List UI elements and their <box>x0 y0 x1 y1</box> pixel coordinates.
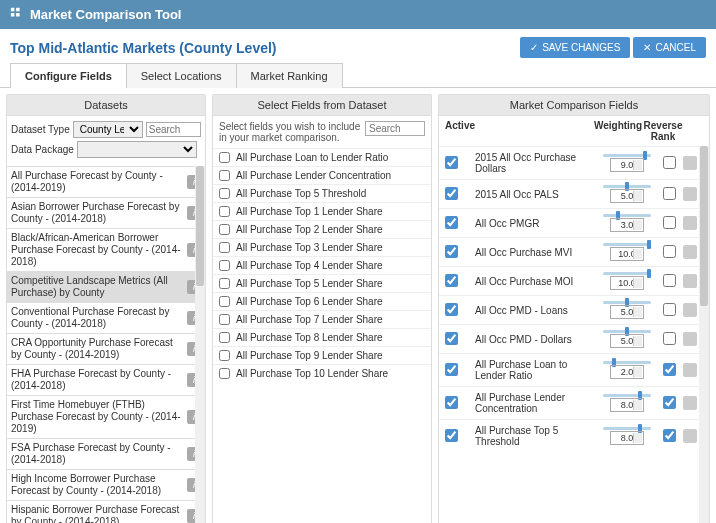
dataset-item[interactable]: FSA Purchase Forecast by County - (2014-… <box>7 438 205 469</box>
active-checkbox[interactable] <box>445 363 458 376</box>
reverse-rank-checkbox[interactable] <box>663 216 676 229</box>
active-checkbox[interactable] <box>445 274 458 287</box>
field-item[interactable]: All Purchase Top 4 Lender Share <box>213 256 431 274</box>
field-checkbox[interactable] <box>219 314 230 325</box>
field-item[interactable]: All Purchase Top 8 Lender Share <box>213 328 431 346</box>
scrollbar[interactable] <box>195 166 205 523</box>
weight-value[interactable]: 9.0 <box>610 158 644 172</box>
save-button[interactable]: ✓ SAVE CHANGES <box>520 37 630 58</box>
weight-slider[interactable] <box>603 427 651 430</box>
dataset-item[interactable]: Conventional Purchase Forecast by County… <box>7 302 205 333</box>
field-checkbox[interactable] <box>219 152 230 163</box>
field-item[interactable]: All Purchase Loan to Lender Ratio <box>213 148 431 166</box>
weight-value[interactable]: 10.0 <box>610 247 644 261</box>
field-item[interactable]: All Purchase Top 3 Lender Share <box>213 238 431 256</box>
dataset-label: Competitive Landscape Metrics (All Purch… <box>11 275 187 299</box>
cancel-button[interactable]: ✕ CANCEL <box>633 37 706 58</box>
reverse-rank-checkbox[interactable] <box>663 332 676 345</box>
fields-search-input[interactable] <box>365 121 425 136</box>
delete-icon[interactable] <box>683 303 697 317</box>
reverse-rank-checkbox[interactable] <box>663 363 676 376</box>
dataset-item[interactable]: Hispanic Borrower Purchase Forecast by C… <box>7 500 205 523</box>
field-item[interactable]: All Purchase Top 10 Lender Share <box>213 364 431 382</box>
tab-configure-fields[interactable]: Configure Fields <box>10 63 127 88</box>
reverse-rank-checkbox[interactable] <box>663 274 676 287</box>
active-checkbox[interactable] <box>445 216 458 229</box>
field-checkbox[interactable] <box>219 332 230 343</box>
weight-value[interactable]: 5.0 <box>610 305 644 319</box>
field-checkbox[interactable] <box>219 278 230 289</box>
dataset-item[interactable]: CRA Opportunity Purchase Forecast by Cou… <box>7 333 205 364</box>
weight-slider[interactable] <box>603 330 651 333</box>
weight-slider[interactable] <box>603 272 651 275</box>
weight-slider[interactable] <box>603 154 651 157</box>
field-item[interactable]: All Purchase Top 5 Threshold <box>213 184 431 202</box>
active-checkbox[interactable] <box>445 156 458 169</box>
field-checkbox[interactable] <box>219 368 230 379</box>
dataset-item[interactable]: Asian Borrower Purchase Forecast by Coun… <box>7 197 205 228</box>
weight-value[interactable]: 2.0 <box>610 365 644 379</box>
field-checkbox[interactable] <box>219 224 230 235</box>
weight-value[interactable]: 3.0 <box>610 218 644 232</box>
delete-icon[interactable] <box>683 429 697 443</box>
dataset-item[interactable]: High Income Borrower Purchase Forecast b… <box>7 469 205 500</box>
delete-icon[interactable] <box>683 216 697 230</box>
field-item[interactable]: All Purchase Top 6 Lender Share <box>213 292 431 310</box>
tab-select-locations[interactable]: Select Locations <box>127 63 237 88</box>
field-item[interactable]: All Purchase Top 1 Lender Share <box>213 202 431 220</box>
delete-icon[interactable] <box>683 245 697 259</box>
field-item[interactable]: All Purchase Top 7 Lender Share <box>213 310 431 328</box>
field-checkbox[interactable] <box>219 260 230 271</box>
dataset-item[interactable]: Competitive Landscape Metrics (All Purch… <box>7 271 205 302</box>
scrollbar[interactable] <box>699 146 709 523</box>
reverse-rank-checkbox[interactable] <box>663 429 676 442</box>
active-checkbox[interactable] <box>445 396 458 409</box>
weight-value[interactable]: 8.0 <box>610 398 644 412</box>
data-package-select[interactable] <box>77 141 197 158</box>
reverse-rank-checkbox[interactable] <box>663 245 676 258</box>
dataset-item[interactable]: FHA Purchase Forecast by County - (2014-… <box>7 364 205 395</box>
delete-icon[interactable] <box>683 156 697 170</box>
delete-icon[interactable] <box>683 187 697 201</box>
field-item[interactable]: All Purchase Top 5 Lender Share <box>213 274 431 292</box>
dataset-item[interactable]: All Purchase Forecast by County - (2014-… <box>7 166 205 197</box>
delete-icon[interactable] <box>683 274 697 288</box>
active-checkbox[interactable] <box>445 429 458 442</box>
reverse-rank-checkbox[interactable] <box>663 156 676 169</box>
reverse-rank-checkbox[interactable] <box>663 187 676 200</box>
delete-icon[interactable] <box>683 363 697 377</box>
dataset-type-select[interactable]: County Level <box>73 121 143 138</box>
field-item[interactable]: All Purchase Top 9 Lender Share <box>213 346 431 364</box>
reverse-rank-checkbox[interactable] <box>663 303 676 316</box>
reverse-rank-checkbox[interactable] <box>663 396 676 409</box>
weight-slider[interactable] <box>603 394 651 397</box>
active-checkbox[interactable] <box>445 332 458 345</box>
delete-icon[interactable] <box>683 396 697 410</box>
dataset-item[interactable]: Black/African-American Borrower Purchase… <box>7 228 205 271</box>
weight-slider[interactable] <box>603 214 651 217</box>
app-title: Market Comparison Tool <box>30 7 181 22</box>
weight-value[interactable]: 5.0 <box>610 334 644 348</box>
active-checkbox[interactable] <box>445 187 458 200</box>
field-checkbox[interactable] <box>219 350 230 361</box>
field-checkbox[interactable] <box>219 296 230 307</box>
weight-value[interactable]: 5.0 <box>610 189 644 203</box>
active-checkbox[interactable] <box>445 303 458 316</box>
field-item[interactable]: All Purchase Top 2 Lender Share <box>213 220 431 238</box>
weight-value[interactable]: 10.0 <box>610 276 644 290</box>
tab-market-ranking[interactable]: Market Ranking <box>237 63 343 88</box>
weight-slider[interactable] <box>603 185 651 188</box>
field-checkbox[interactable] <box>219 242 230 253</box>
weight-slider[interactable] <box>603 243 651 246</box>
weight-slider[interactable] <box>603 301 651 304</box>
weight-value[interactable]: 8.0 <box>610 431 644 445</box>
active-checkbox[interactable] <box>445 245 458 258</box>
field-checkbox[interactable] <box>219 170 230 181</box>
delete-icon[interactable] <box>683 332 697 346</box>
field-item[interactable]: All Purchase Lender Concentration <box>213 166 431 184</box>
weight-slider[interactable] <box>603 361 651 364</box>
dataset-search-input[interactable] <box>146 122 201 137</box>
field-checkbox[interactable] <box>219 188 230 199</box>
dataset-item[interactable]: First Time Homebuyer (FTHB) Purchase For… <box>7 395 205 438</box>
field-checkbox[interactable] <box>219 206 230 217</box>
